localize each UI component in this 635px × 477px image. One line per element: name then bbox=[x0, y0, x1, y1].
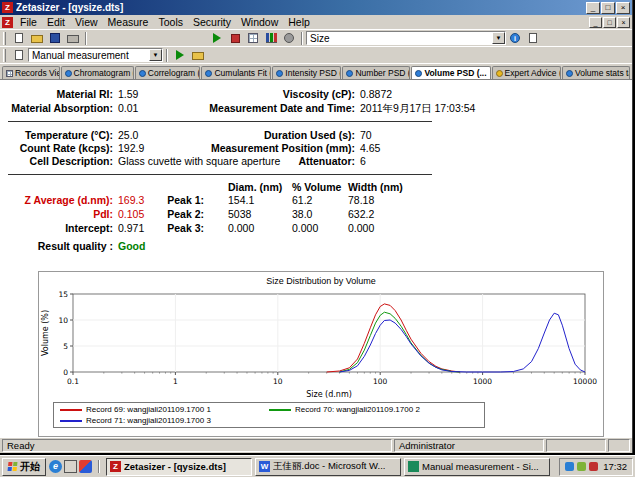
new-button[interactable] bbox=[10, 31, 28, 46]
field-label: Material RI: bbox=[8, 88, 113, 100]
measurement-selector[interactable]: Manual measurement ▼ bbox=[28, 48, 163, 62]
field-label: Attenuator: bbox=[185, 155, 355, 167]
menu-help[interactable]: Help bbox=[283, 16, 315, 28]
separator-line bbox=[8, 174, 432, 175]
help-button[interactable] bbox=[524, 31, 542, 46]
sop-button[interactable] bbox=[10, 48, 28, 63]
field-duration-used: Duration Used (s): 70 bbox=[185, 129, 372, 141]
tab-intensity-psd[interactable]: Intensity PSD (M) bbox=[272, 66, 341, 79]
page-icon bbox=[15, 33, 23, 43]
taskbar-button-manual-measurement[interactable]: Manual measurement - Si... bbox=[404, 458, 550, 476]
stop-measurement-button[interactable] bbox=[226, 31, 244, 46]
taskbar-button-word[interactable]: W 王佳丽.doc - Microsoft W... bbox=[255, 458, 401, 476]
separator-line bbox=[8, 121, 432, 122]
show-desktop-icon[interactable] bbox=[64, 460, 77, 473]
toolbar-separator bbox=[166, 49, 168, 62]
taskbar-button-zetasizer[interactable]: Z Zetasizer - [qysize.dts] bbox=[106, 458, 252, 476]
svg-text:10: 10 bbox=[273, 377, 283, 386]
field-value: 25.0 bbox=[118, 129, 138, 141]
tray-antivirus-icon[interactable] bbox=[577, 462, 586, 471]
toolbar-separator bbox=[301, 32, 303, 45]
tab-expert-advice[interactable]: Expert Advice (M) bbox=[492, 66, 561, 79]
tab-volume-psd[interactable]: Volume PSD (... bbox=[411, 66, 490, 79]
app-icon: Z bbox=[2, 2, 13, 13]
record-icon bbox=[346, 70, 353, 77]
field-label: Count Rate (kcps): bbox=[8, 142, 113, 154]
play-icon bbox=[213, 33, 221, 43]
taskbar-clock: 17:32 bbox=[603, 461, 627, 472]
peak-width: 0.000 bbox=[348, 222, 374, 234]
record-icon bbox=[205, 70, 212, 77]
tray-volume-icon[interactable] bbox=[589, 462, 598, 471]
disk-icon bbox=[50, 33, 60, 43]
record-icon bbox=[415, 70, 422, 77]
field-measurement-datetime: Measurement Date and Time: 2011年9月17日 17… bbox=[185, 102, 475, 116]
menu-measure[interactable]: Measure bbox=[103, 16, 154, 28]
field-value: 1.59 bbox=[118, 88, 138, 100]
close-button[interactable]: × bbox=[616, 2, 630, 14]
chevron-down-icon[interactable]: ▼ bbox=[492, 32, 505, 44]
svg-text:0: 0 bbox=[63, 368, 68, 377]
tab-label: Chromatogram (M) bbox=[74, 68, 134, 78]
settings-button[interactable] bbox=[280, 31, 298, 46]
run-measurement-button[interactable] bbox=[171, 48, 189, 63]
tab-records-view[interactable]: Records View bbox=[2, 66, 60, 79]
start-measurement-button[interactable] bbox=[208, 31, 226, 46]
edit-result-button[interactable]: i bbox=[506, 31, 524, 46]
field-viscosity: Viscosity (cP): 0.8872 bbox=[185, 88, 392, 100]
field-value: 0.01 bbox=[118, 102, 138, 114]
tab-cumulants-fit[interactable]: Cumulants Fit (M) bbox=[201, 66, 271, 79]
child-restore-button[interactable]: □ bbox=[603, 17, 616, 28]
record-icon bbox=[139, 70, 146, 77]
print-button[interactable] bbox=[64, 31, 82, 46]
toolbar-grip[interactable] bbox=[3, 49, 6, 62]
media-player-icon[interactable] bbox=[79, 460, 92, 473]
sop-page-icon bbox=[15, 50, 23, 60]
zetasizer-window: Z Zetasizer - [qysize.dts] _ □ × Z File … bbox=[0, 0, 633, 453]
start-label: 开始 bbox=[20, 460, 40, 474]
legend-entry: Record 69: wangjiali201109.1700 1 bbox=[60, 405, 269, 414]
view-selector[interactable]: Size ▼ bbox=[306, 31, 506, 45]
status-panel bbox=[608, 439, 630, 452]
svg-text:15: 15 bbox=[58, 290, 68, 299]
menu-edit[interactable]: Edit bbox=[42, 16, 70, 28]
peak-diameter: 154.1 bbox=[228, 194, 254, 206]
title-bar[interactable]: Z Zetasizer - [qysize.dts] _ □ × bbox=[0, 0, 632, 15]
peak-volume: 38.0 bbox=[292, 208, 312, 220]
tab-chromatogram[interactable]: Chromatogram (M) bbox=[61, 66, 134, 79]
measurement-file-button[interactable] bbox=[189, 48, 207, 63]
toolbar-grip[interactable] bbox=[3, 32, 6, 45]
save-button[interactable] bbox=[46, 31, 64, 46]
tab-volume-stats[interactable]: Volume stats ta... bbox=[562, 66, 630, 79]
peak-width: 78.18 bbox=[348, 194, 374, 206]
report-button[interactable] bbox=[262, 31, 280, 46]
restore-button[interactable]: □ bbox=[601, 2, 615, 14]
column-header: Width (nm) bbox=[348, 181, 403, 193]
tray-network-icon[interactable] bbox=[565, 462, 574, 471]
record-icon bbox=[566, 70, 573, 77]
child-close-button[interactable]: × bbox=[617, 17, 630, 28]
chart-title: Size Distribution by Volume bbox=[39, 272, 603, 286]
tab-number-psd[interactable]: Number PSD (M) bbox=[342, 66, 410, 79]
field-result-quality: Result quality : Good bbox=[8, 240, 145, 252]
menu-view[interactable]: View bbox=[70, 16, 103, 28]
tab-correlogram[interactable]: Correlogram (M) bbox=[135, 66, 201, 79]
menu-security[interactable]: Security bbox=[188, 16, 236, 28]
start-button[interactable]: 开始 bbox=[2, 458, 46, 476]
field-material-absorption: Material Absorption: 0.01 bbox=[8, 102, 138, 114]
internet-explorer-icon[interactable]: e bbox=[49, 460, 62, 473]
child-minimize-button[interactable]: _ bbox=[589, 17, 602, 28]
document-icon[interactable]: Z bbox=[2, 17, 13, 28]
menu-file[interactable]: File bbox=[15, 16, 42, 28]
svg-text:0.1: 0.1 bbox=[67, 377, 79, 386]
records-table-button[interactable] bbox=[244, 31, 262, 46]
open-button[interactable] bbox=[28, 31, 46, 46]
record-icon bbox=[65, 70, 72, 77]
chevron-down-icon[interactable]: ▼ bbox=[149, 49, 162, 61]
menu-tools[interactable]: Tools bbox=[153, 16, 188, 28]
svg-text:100: 100 bbox=[373, 377, 388, 386]
menu-window[interactable]: Window bbox=[236, 16, 283, 28]
minimize-button[interactable]: _ bbox=[586, 2, 600, 14]
field-value: 2011年9月17日 17:03:54 bbox=[360, 102, 475, 116]
legend-entry: Record 70: wangjiali201109.1700 2 bbox=[269, 405, 478, 414]
